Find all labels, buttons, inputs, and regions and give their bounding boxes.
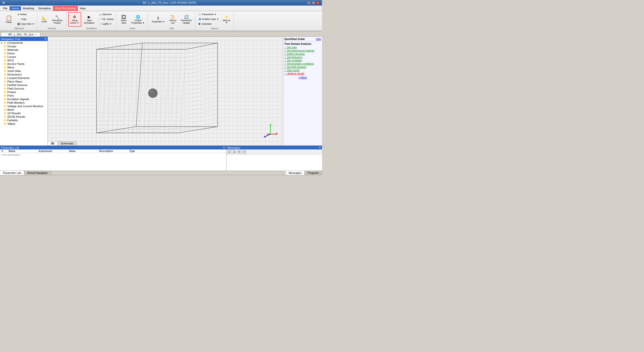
quickstart-help-link[interactable]: Help	[316, 38, 321, 41]
logfile-button[interactable]: 📝 Logfile ▼	[97, 22, 115, 26]
menu-home[interactable]: Home	[10, 6, 21, 10]
qs-define-structure[interactable]: Define structure	[284, 52, 321, 56]
tree-item-farfields[interactable]: 📁 Farfields	[0, 119, 48, 122]
history-list-button[interactable]: 📜 HistoryList	[168, 12, 178, 27]
qs-analyze-results[interactable]: Analyze results	[284, 72, 321, 75]
tab-close-button[interactable]: ✕	[35, 33, 37, 36]
paste-button[interactable]: 📋 Paste	[3, 12, 15, 27]
svg-line-86	[178, 127, 218, 133]
tree-item-farfield-sources[interactable]: 📁 Farfield Sources	[0, 83, 48, 87]
svg-line-82	[186, 43, 218, 49]
mesh-wireframe	[48, 37, 283, 145]
view-tab-3d[interactable]: 3D	[48, 141, 58, 145]
copy-button[interactable]: 📄 Copy	[16, 17, 35, 21]
param-panel-close-icon[interactable]: ✕	[223, 146, 225, 149]
param-content: <new parameter>	[0, 153, 226, 157]
setup-solver-button[interactable]: ⚙ SetupSolver ▼	[68, 12, 81, 27]
tree-item-ports[interactable]: 📁 Ports	[0, 94, 48, 97]
zoom-out-icon[interactable]: −	[228, 176, 232, 176]
maximize-button[interactable]: □	[311, 1, 315, 5]
menu-post-processing[interactable]: Post Processing	[53, 6, 77, 11]
svg-point-91	[150, 91, 153, 93]
qs-set-units[interactable]: Set units	[284, 46, 321, 49]
zoom-fit-icon[interactable]: ⊡	[232, 176, 236, 176]
svg-line-66	[179, 114, 218, 120]
tree-item-curves[interactable]: 📁 Curves	[0, 55, 48, 59]
msg-btn-2[interactable]: ℹ	[232, 150, 236, 154]
tree-item-field-monitors[interactable]: 📁 Field Monitors	[0, 101, 48, 104]
messages-toolbar: ⚠ ℹ ✕ ≡	[226, 149, 322, 155]
global-properties-button[interactable]: 🌐 GlobalProperties ▼	[130, 12, 146, 27]
qs-set-frequency[interactable]: Set frequency	[284, 56, 321, 59]
qs-set-boundary[interactable]: Set boundary conditions	[284, 62, 321, 65]
msg-btn-3[interactable]: ✕	[237, 150, 242, 154]
messages-close-icon[interactable]: ✕	[319, 146, 321, 149]
msg-btn-1[interactable]: ⚠	[227, 150, 231, 154]
document-tab-0[interactable]: 📄 BP_1_30G_TD_2cm ✕	[1, 32, 40, 36]
tree-item-wires[interactable]: 📁 Wires	[0, 66, 48, 69]
bottom-tab-progress[interactable]: Progress	[305, 171, 322, 175]
tree-item-mesh[interactable]: 📁 Mesh	[0, 108, 48, 111]
qs-start-solver[interactable]: Start solver	[284, 69, 321, 72]
tree-item-tables[interactable]: 📁 Tables	[0, 122, 48, 126]
svg-line-63	[180, 102, 218, 108]
simulation-project-button[interactable]: 🔧 SimulationProject	[50, 12, 64, 27]
viewport[interactable]: Y X Z 3D Schematic	[48, 37, 283, 145]
copy-view-button[interactable]: 🖼 Copy View ▼	[16, 22, 35, 26]
menu-simulation[interactable]: Simulation	[36, 6, 53, 10]
tree-item-probes[interactable]: 📁 Probes	[0, 90, 48, 94]
bottom-tab-param-list[interactable]: Parameter List	[0, 171, 24, 175]
tree-item-voltage-current-monitors[interactable]: 📁 Voltage and Current Monitors	[0, 104, 48, 108]
optimizer-icon: 📊	[99, 13, 101, 16]
properties-button[interactable]: ℹ Properties ▼	[150, 12, 166, 27]
qs-set-excitation[interactable]: Set excitation	[284, 59, 321, 62]
messages-header: Messages ✕	[226, 146, 322, 149]
qs-set-field-monitors[interactable]: Set field monitors	[284, 65, 321, 69]
document-icon: 📄	[4, 33, 7, 36]
calculator-button[interactable]: 🖩 Calculator	[197, 22, 220, 26]
problem-type-button[interactable]: 🔷 Problem Type ▼	[197, 17, 220, 21]
tree-item-voxel-data[interactable]: 📁 Voxel Data	[0, 69, 48, 73]
tree-item-plane-wave[interactable]: 📁 Plane Wave	[0, 80, 48, 83]
parameters-button[interactable]: 📋 Parameters ▼	[197, 12, 220, 17]
menu-file[interactable]: File	[1, 6, 10, 10]
menu-view[interactable]: View	[78, 6, 88, 10]
tree-item-excitation-signals[interactable]: 📁 Excitation Signals	[0, 97, 48, 101]
view-icon-1[interactable]: 🔍	[237, 176, 241, 176]
tree-item-groups[interactable]: 📁 Groups	[0, 45, 48, 48]
svg-line-45	[176, 43, 208, 49]
view-tab-schematic[interactable]: Schematic	[58, 141, 77, 145]
qs-back-link[interactable]: <<Back	[284, 76, 321, 79]
delete-button[interactable]: ✕ Delete	[16, 12, 35, 17]
tree-item-materials[interactable]: 📁 Materials	[0, 48, 48, 52]
start-simulation-button[interactable]: ▶ StartSimulation	[82, 12, 96, 27]
macros-button[interactable]: ⚡ Macros ▼	[221, 12, 232, 27]
nav-tree-close-icon[interactable]: ✕	[44, 37, 47, 41]
tree-item-dimensions[interactable]: 📁 Dimensions	[0, 73, 48, 76]
tree-item-field-sources[interactable]: 📁 Field Sources	[0, 87, 48, 90]
minimize-button[interactable]: ─	[307, 1, 311, 5]
bottom-tab-result-navigator[interactable]: Result Navigator	[24, 171, 51, 175]
view-icon-2[interactable]: ⚙	[242, 176, 246, 176]
zoom-in-icon[interactable]: +	[223, 176, 227, 176]
svg-line-53	[185, 60, 218, 66]
units-button[interactable]: 📐 Units	[39, 12, 49, 27]
close-button[interactable]: ✕	[316, 1, 320, 5]
qs-set-background[interactable]: Set background material	[284, 49, 321, 52]
menu-modeling[interactable]: Modeling	[21, 6, 36, 10]
bottom-tab-messages[interactable]: Messages	[286, 171, 305, 175]
tree-item-anchor-points[interactable]: 📁 Anchor Points	[0, 62, 48, 66]
parametric-update-button[interactable]: 🔄 ParametricUpdate	[179, 12, 194, 27]
tree-item-faces[interactable]: 📁 Faces	[0, 52, 48, 55]
svg-line-62	[181, 97, 218, 104]
msg-btn-4[interactable]: ≡	[242, 150, 247, 154]
tree-item-wcs[interactable]: 📁 WCS	[0, 59, 48, 62]
tree-item-1d-results[interactable]: 📁 1D Results	[0, 111, 48, 115]
tree-item-components[interactable]: ▶ 📁 Components	[0, 41, 48, 45]
tree-item-2d3d-results[interactable]: 📁 2D/3D Results	[0, 115, 48, 119]
mesh-view-button[interactable]: 🔲 MeshView	[119, 12, 129, 27]
optimizer-button[interactable]: 📊 Optimizer	[97, 12, 115, 17]
par-sweep-button[interactable]: 📈 Par. Sweep	[97, 17, 115, 21]
window-controls: ─ □ ✕	[307, 1, 320, 5]
tree-item-lumped-elements[interactable]: 📁 Lumped Elements	[0, 76, 48, 80]
